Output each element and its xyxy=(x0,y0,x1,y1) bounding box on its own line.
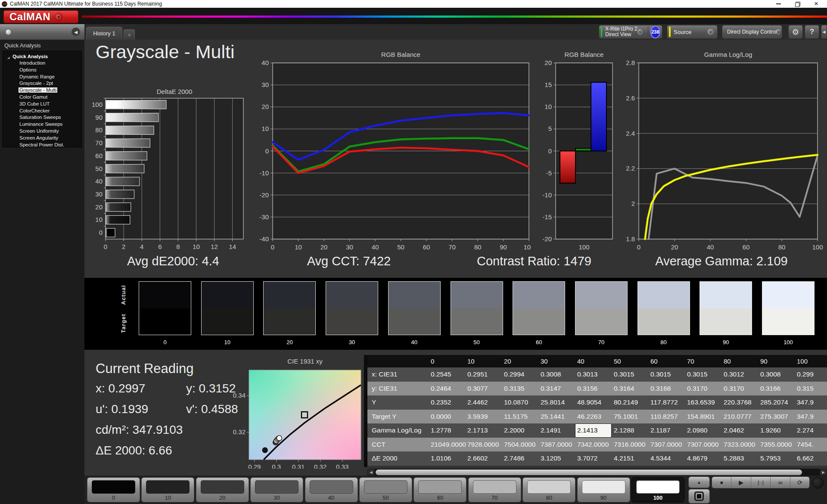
sidebar-item-color-gamut[interactable]: Color Gamut xyxy=(3,94,81,101)
table-cell: 7307.0000 xyxy=(648,438,685,452)
meter-count-badge[interactable]: 238 xyxy=(650,26,660,38)
sidebar-item-introduction[interactable]: Introduction xyxy=(3,60,81,67)
rgb-balance-bar-chart: RGB Balance 20151050-5-10-15-20100 xyxy=(536,50,627,257)
svg-text:-40: -40 xyxy=(259,235,269,243)
pattern-button-60[interactable]: 60 xyxy=(414,477,466,502)
minimize-button[interactable] xyxy=(775,1,781,7)
refresh-button[interactable]: ⟳ xyxy=(790,477,809,488)
sidebar-item-luminance-sweeps[interactable]: Luminance Sweeps xyxy=(3,121,81,128)
pattern-color-patch xyxy=(201,480,244,494)
pattern-color-patch xyxy=(636,480,680,494)
pattern-button-0[interactable]: 0 xyxy=(87,477,140,502)
swatch-level-label: 0 xyxy=(139,339,191,345)
sidebar-item-colorchecker[interactable]: ColorChecker xyxy=(3,108,81,115)
table-cell: 3.7072 xyxy=(575,451,612,466)
pattern-button-50[interactable]: 50 xyxy=(359,477,412,502)
swatch-actual xyxy=(202,282,253,308)
scrollbar-left-arrow[interactable]: ◀ xyxy=(368,469,374,475)
table-cell: 0.2464 xyxy=(429,382,465,396)
table-cell: 1.9260 xyxy=(758,423,795,438)
table-cell: 4.8679 xyxy=(685,451,721,466)
pattern-panel-up-button[interactable]: ▲ xyxy=(688,476,710,488)
chevron-left-icon: ◀ xyxy=(823,30,826,34)
pattern-button-100[interactable]: 100 xyxy=(631,477,684,502)
up-arrow-icon: ▲ xyxy=(697,480,701,485)
table-cell: 210.0777 xyxy=(721,410,758,424)
table-cell: 0.3012 xyxy=(721,367,758,382)
sidebar-item-grayscale-multi[interactable]: Grayscale - Multi xyxy=(3,87,81,94)
help-button[interactable]: ? xyxy=(805,25,819,39)
pattern-button-80[interactable]: 80 xyxy=(522,477,575,502)
table-column-header-80: 80 xyxy=(721,355,758,367)
svg-text:30: 30 xyxy=(95,190,103,198)
current-reading-row: cd/m²: 347.9103 xyxy=(96,423,251,444)
play-button[interactable]: ▶ xyxy=(731,477,751,488)
sidebar-item-screen-uniformity[interactable]: Screen Uniformity xyxy=(3,128,81,135)
pattern-button-90[interactable]: 90 xyxy=(577,477,630,502)
pattern-button-20[interactable]: 20 xyxy=(196,477,249,502)
svg-text:80: 80 xyxy=(95,126,103,134)
window-title: CalMAN 2017 CalMAN Ultimate for Business… xyxy=(10,1,162,7)
table-cell: 0.3156 xyxy=(575,382,612,396)
scrollbar-right-arrow[interactable]: ▶ xyxy=(820,469,827,475)
svg-text:40: 40 xyxy=(707,243,714,251)
deltae-chart: DeltaE 2000 0246810121410090807060504030… xyxy=(84,85,248,258)
svg-text:70: 70 xyxy=(95,139,103,146)
sidebar-item-grayscale-2pt[interactable]: Grayscale - 2pt xyxy=(3,80,81,87)
step-button[interactable]: [··] xyxy=(751,477,771,488)
radio-ball-icon[interactable] xyxy=(5,29,12,35)
svg-text:6: 6 xyxy=(158,243,162,250)
pattern-button-30[interactable]: 30 xyxy=(250,477,303,502)
sidebar-item-3d-cube-lut[interactable]: 3D Cube LUT xyxy=(3,101,81,108)
grayscale-swatch-10: 10 xyxy=(201,281,254,345)
pattern-button-70[interactable]: 70 xyxy=(468,477,521,502)
swatch-level-label: 50 xyxy=(451,339,503,345)
help-icon: ? xyxy=(810,28,814,36)
table-cell: 0.0000 xyxy=(429,410,465,424)
meter-dropdown[interactable]: X-Rite i1Pro 2 Direct View ▼ 238 xyxy=(599,25,662,39)
table-scrollbar[interactable]: ◀ ▶ xyxy=(367,469,827,476)
pattern-button-40[interactable]: 40 xyxy=(305,477,358,502)
table-row-label: Gamma Log/Log xyxy=(367,423,429,438)
sidebar-item-dynamic-range[interactable]: Dynamic Range xyxy=(3,74,81,81)
pattern-button-label: 50 xyxy=(360,495,412,501)
display-control-dropdown[interactable]: Direct Display Control ▼ xyxy=(722,25,782,39)
table-cell: 220.3768 xyxy=(721,395,758,410)
source-dropdown[interactable]: Source ▼ xyxy=(667,25,718,39)
grayscale-swatch-40: 40 xyxy=(388,281,441,345)
table-cell-highlighted[interactable]: 2.1413 xyxy=(575,423,612,438)
swatch-level-label: 60 xyxy=(513,339,565,345)
sidebar-collapse-button[interactable]: ◀ xyxy=(72,28,80,36)
sidebar-item-saturation-sweeps[interactable]: Saturation Sweeps xyxy=(3,114,81,121)
sidebar-item-label: Color Gamut xyxy=(19,94,48,100)
swatch-box xyxy=(263,281,316,335)
svg-text:100: 100 xyxy=(812,243,823,251)
pattern-window-button[interactable] xyxy=(688,489,710,504)
settings-button[interactable]: ⚙ xyxy=(788,25,803,39)
sidebar-item-options[interactable]: Options xyxy=(3,67,81,74)
swatch-box xyxy=(388,281,441,335)
swatch-actual xyxy=(700,282,752,308)
toolbar-collapse-button[interactable]: ◀ xyxy=(821,25,827,39)
sidebar-item-spectral-power-dist[interactable]: Spectral Power Dist. xyxy=(3,142,81,149)
app-icon: CM xyxy=(2,1,7,7)
swatch-target xyxy=(264,308,315,335)
table-row-gamma-log-log: Gamma Log/Log1.27782.17132.20002.14912.1… xyxy=(367,423,827,438)
tree-root-quick-analysis[interactable]: ◢ Quick Analysis xyxy=(3,53,81,60)
stop-button[interactable]: ■ xyxy=(712,477,731,488)
sidebar-item-screen-angularity[interactable]: Screen Angularity xyxy=(3,135,81,142)
swatch-target xyxy=(389,308,440,335)
add-tab-button[interactable]: + xyxy=(124,29,135,40)
swatch-level-label: 40 xyxy=(388,339,441,345)
svg-text:2.4: 2.4 xyxy=(626,130,635,137)
svg-text:10: 10 xyxy=(295,243,302,251)
calman-menu-button[interactable]: CalMAN ▼ xyxy=(3,10,78,23)
tab-history-1[interactable]: History 1 xyxy=(86,27,122,40)
svg-text:0: 0 xyxy=(548,147,552,155)
table-column-header-20: 20 xyxy=(502,355,538,367)
pattern-button-10[interactable]: 10 xyxy=(141,477,194,502)
close-button[interactable]: × xyxy=(813,1,819,7)
scrollbar-thumb[interactable] xyxy=(376,470,802,475)
restore-button[interactable] xyxy=(794,1,800,7)
loop-button[interactable]: ∞ xyxy=(771,477,790,488)
